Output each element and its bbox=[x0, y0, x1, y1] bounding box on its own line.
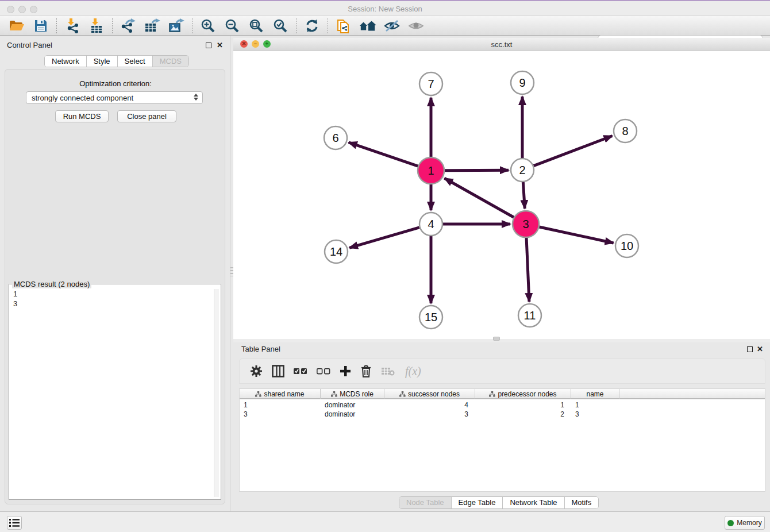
zoom-out-icon[interactable] bbox=[224, 18, 241, 34]
list-icon bbox=[9, 518, 20, 528]
open-session-icon[interactable] bbox=[8, 18, 25, 34]
window-title: Session: New Session bbox=[0, 5, 770, 13]
splitter-grip[interactable] bbox=[493, 337, 500, 341]
node-11[interactable]: 11 bbox=[518, 304, 541, 327]
result-scrollbar[interactable] bbox=[214, 289, 219, 497]
table-cell[interactable]: 3 bbox=[571, 410, 619, 419]
node-2[interactable]: 2 bbox=[511, 159, 534, 182]
zoom-selected-icon[interactable] bbox=[272, 18, 289, 34]
node-8[interactable]: 8 bbox=[614, 119, 637, 142]
add-row-icon[interactable] bbox=[340, 365, 351, 377]
select-all-icon[interactable] bbox=[294, 367, 307, 375]
memory-button[interactable]: Memory bbox=[725, 516, 765, 530]
edge-4-14[interactable] bbox=[349, 228, 419, 248]
control-panel-close-icon[interactable]: ✕ bbox=[217, 41, 223, 49]
table-cell[interactable]: 1 bbox=[571, 400, 619, 410]
close-panel-button[interactable]: Close panel bbox=[117, 110, 176, 122]
node-15[interactable]: 15 bbox=[419, 306, 442, 329]
import-table-icon[interactable] bbox=[88, 18, 105, 34]
shared-column-icon bbox=[255, 391, 261, 397]
table-cell[interactable]: 4 bbox=[384, 400, 475, 410]
result-item[interactable]: 3 bbox=[13, 299, 213, 309]
tab-edge-table[interactable]: Edge Table bbox=[452, 497, 503, 509]
edge-3-10[interactable] bbox=[539, 227, 613, 243]
refresh-icon[interactable] bbox=[303, 18, 321, 34]
table-row[interactable]: 1dominator411 bbox=[240, 400, 765, 410]
tab-network-table[interactable]: Network Table bbox=[503, 497, 564, 509]
mcds-result-title: MCDS result (2 nodes) bbox=[12, 280, 91, 288]
column-header-shared-name[interactable]: shared name bbox=[240, 389, 321, 399]
horizontal-splitter[interactable] bbox=[233, 339, 770, 342]
node-7[interactable]: 7 bbox=[419, 72, 442, 95]
table-cell[interactable]: 3 bbox=[240, 410, 321, 419]
export-table-icon[interactable] bbox=[144, 18, 161, 34]
node-14[interactable]: 14 bbox=[325, 240, 348, 263]
table-panel-float-icon[interactable] bbox=[747, 346, 753, 352]
table-cell[interactable]: 2 bbox=[475, 410, 571, 419]
mcds-result-list[interactable]: 13 bbox=[11, 289, 213, 497]
gear-icon[interactable] bbox=[250, 365, 263, 377]
column-header-name[interactable]: name bbox=[571, 389, 619, 399]
table-cell[interactable]: dominator bbox=[321, 410, 384, 419]
chevron-updown-icon bbox=[194, 94, 198, 101]
tab-node-table[interactable]: Node Table bbox=[399, 497, 452, 509]
main-toolbar bbox=[0, 16, 770, 36]
node-3[interactable]: 3 bbox=[513, 211, 539, 237]
edge-2-8[interactable] bbox=[534, 136, 613, 166]
column-header-MCDS-role[interactable]: MCDS role bbox=[321, 389, 384, 399]
column-header-successor-nodes[interactable]: successor nodes bbox=[384, 389, 475, 399]
column-label: shared name bbox=[264, 390, 304, 398]
network-window-titlebar[interactable]: ✕ − + scc.txt bbox=[233, 38, 770, 51]
table-panel-close-icon[interactable]: ✕ bbox=[757, 345, 763, 353]
svg-text:3: 3 bbox=[522, 218, 529, 230]
houses-icon[interactable] bbox=[359, 18, 376, 34]
tab-network[interactable]: Network bbox=[45, 56, 87, 67]
table-row[interactable]: 3dominator323 bbox=[240, 410, 765, 419]
network-canvas[interactable]: 7968124314101511 bbox=[233, 51, 770, 339]
criterion-select[interactable]: strongly connected component bbox=[26, 91, 203, 104]
edge-1-6[interactable] bbox=[349, 142, 418, 166]
svg-text:6: 6 bbox=[332, 132, 338, 144]
node-6[interactable]: 6 bbox=[324, 126, 347, 149]
tab-mcds[interactable]: MCDS bbox=[153, 56, 188, 67]
export-network-icon[interactable] bbox=[120, 18, 137, 34]
edge-2-3[interactable] bbox=[523, 182, 525, 209]
table-body: 1dominator4113dominator323 bbox=[240, 400, 765, 419]
hide-selected-icon[interactable] bbox=[383, 18, 401, 34]
export-image-icon[interactable] bbox=[168, 18, 185, 34]
zoom-fit-icon[interactable] bbox=[248, 18, 265, 34]
result-item[interactable]: 1 bbox=[13, 289, 213, 299]
tab-select[interactable]: Select bbox=[118, 56, 153, 67]
toolbar-separator bbox=[112, 18, 113, 33]
tab-motifs[interactable]: Motifs bbox=[565, 497, 599, 509]
table-cell[interactable]: 1 bbox=[240, 400, 321, 410]
fx-function-icon: f(x) bbox=[405, 365, 421, 378]
node-9[interactable]: 9 bbox=[511, 71, 534, 94]
app-titlebar: Session: New Session bbox=[0, 0, 770, 16]
edge-3-11[interactable] bbox=[526, 238, 529, 302]
svg-text:10: 10 bbox=[621, 240, 633, 252]
tab-style[interactable]: Style bbox=[87, 56, 118, 67]
node-4[interactable]: 4 bbox=[419, 213, 442, 236]
column-label: successor nodes bbox=[408, 390, 460, 398]
table-cell[interactable]: 1 bbox=[475, 400, 571, 410]
edge-1-2[interactable] bbox=[445, 170, 509, 171]
column-header-predecessor-nodes[interactable]: predecessor nodes bbox=[475, 389, 571, 399]
zoom-in-icon[interactable] bbox=[199, 18, 217, 34]
svg-text:9: 9 bbox=[519, 76, 525, 89]
insert-column-icon[interactable] bbox=[272, 365, 284, 377]
run-mcds-button[interactable]: Run MCDS bbox=[55, 110, 109, 122]
control-panel-float-icon[interactable] bbox=[206, 43, 211, 48]
table-cell[interactable]: 3 bbox=[384, 410, 475, 419]
node-1[interactable]: 1 bbox=[418, 157, 444, 184]
edge-3-1[interactable] bbox=[445, 178, 514, 217]
toolbar-separator bbox=[192, 18, 192, 33]
node-10[interactable]: 10 bbox=[615, 234, 638, 257]
save-session-icon[interactable] bbox=[32, 18, 49, 34]
import-network-icon[interactable] bbox=[64, 18, 81, 34]
table-cell[interactable]: dominator bbox=[321, 400, 384, 410]
task-history-button[interactable] bbox=[7, 516, 22, 530]
delete-row-icon[interactable] bbox=[360, 365, 372, 377]
network-from-selection-icon[interactable] bbox=[335, 18, 352, 34]
deselect-all-icon[interactable] bbox=[317, 367, 330, 375]
